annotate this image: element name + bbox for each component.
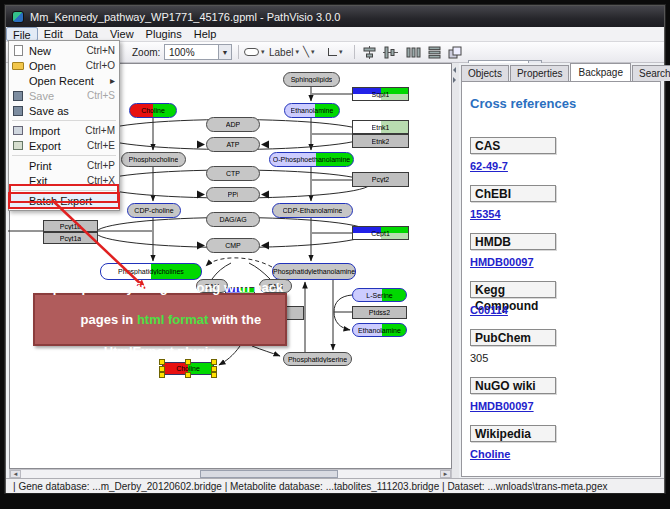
- menu-item-label: Export: [29, 140, 87, 152]
- menu-file[interactable]: File: [6, 27, 38, 41]
- selection-handle[interactable]: [211, 366, 217, 372]
- cross-reference-link[interactable]: HMDB00097: [470, 256, 534, 268]
- pathway-node-ethanolamine-bottom[interactable]: Ethanolamine: [352, 323, 407, 337]
- menu-shortcut: Ctrl+S: [87, 90, 115, 101]
- menu-data[interactable]: Data: [69, 27, 104, 41]
- file-menu-item-open[interactable]: OpenCtrl+O: [9, 58, 119, 73]
- pathway-node-pcyt1b[interactable]: Pcyt1b: [43, 220, 98, 232]
- menu-view[interactable]: View: [104, 27, 140, 41]
- pathway-node-ethanolamine-top[interactable]: Ethanolamine: [284, 103, 340, 118]
- line-tool-button[interactable]: ╲ ▾: [303, 44, 315, 60]
- distribute-horizontal-button[interactable]: [406, 44, 421, 60]
- pathway-node-cept1[interactable]: Cept1: [352, 226, 409, 240]
- chevron-down-icon[interactable]: ▾: [339, 48, 343, 56]
- file-menu-item-import[interactable]: ImportCtrl+M: [9, 123, 119, 138]
- pathway-node-cdp-choline[interactable]: CDP-choline: [127, 203, 181, 218]
- import-icon: [11, 125, 25, 137]
- connector-tool-button[interactable]: ▾: [328, 44, 343, 60]
- title-bar[interactable]: Mm_Kennedy_pathway_WP1771_45176.gpml - P…: [6, 6, 664, 27]
- tab-search[interactable]: Search: [632, 65, 670, 81]
- cross-reference-link[interactable]: 62-49-7: [470, 160, 508, 172]
- scroll-right-icon[interactable]: ►: [440, 470, 451, 478]
- chevron-down-icon[interactable]: ▾: [261, 48, 265, 56]
- backpage-section-nugo-wiki: NuGO wikiHMDB00097: [470, 377, 660, 414]
- zoom-value: 100%: [169, 47, 195, 58]
- datanode-tool-button[interactable]: ▾: [244, 44, 265, 60]
- backpage-section-hmdb: HMDBHMDB00097: [470, 233, 660, 270]
- pathway-node-pcyt2[interactable]: Pcyt2: [352, 172, 409, 187]
- menu-edit[interactable]: Edit: [38, 27, 69, 41]
- menu-separator: [12, 120, 116, 121]
- node-label: CDP-Ethanolamine: [283, 207, 343, 214]
- file-menu-item-open-recent[interactable]: Open Recent▸: [9, 73, 119, 88]
- node-label: Choline: [141, 107, 165, 114]
- pathway-node-phosphatidylserine[interactable]: Phosphatidylserine: [283, 352, 352, 366]
- cross-reference-link[interactable]: 15354: [470, 208, 501, 220]
- pathway-node-pcyt1a[interactable]: Pcyt1a: [43, 232, 98, 244]
- scroll-left-icon[interactable]: ◄: [10, 470, 21, 478]
- cross-reference-link[interactable]: HMDB00097: [470, 400, 534, 412]
- selection-handle[interactable]: [185, 359, 191, 365]
- pathway-node-phosphocholine[interactable]: Phosphocholine: [121, 152, 186, 167]
- file-menu-item-print[interactable]: PrintCtrl+P: [9, 158, 119, 173]
- pathway-node-sphingolipids[interactable]: Sphingolipids: [283, 72, 340, 87]
- pathway-node-etnk2[interactable]: Etnk2: [352, 134, 409, 148]
- pathway-node-sgpl1[interactable]: Sgpl1: [352, 87, 409, 101]
- label-tool-button[interactable]: Label ▾: [269, 44, 299, 60]
- panel-splitter[interactable]: [452, 63, 459, 479]
- pathway-node-ptdss2[interactable]: Ptdss2: [352, 306, 407, 319]
- bring-to-front-button[interactable]: [448, 44, 462, 60]
- chevron-down-icon[interactable]: ▾: [295, 48, 299, 56]
- chevron-down-icon[interactable]: ▾: [311, 48, 315, 56]
- pathway-node-dag[interactable]: DAG/AG: [206, 212, 260, 227]
- tab-objects[interactable]: Objects: [461, 65, 509, 81]
- selection-handle[interactable]: [185, 372, 191, 378]
- selection-handle[interactable]: [211, 359, 217, 365]
- collapse-left-icon[interactable]: [453, 67, 456, 73]
- distribute-vertical-button[interactable]: [427, 44, 442, 60]
- pathway-node-phosphatidylethanolamine[interactable]: Phosphatidylethanolamine: [272, 263, 356, 280]
- pathway-node-ctp[interactable]: CTP: [206, 166, 260, 181]
- node-label: Cept1: [371, 230, 390, 237]
- pathway-node-cdp-ethanolamine[interactable]: CDP-Ethanolamine: [272, 203, 353, 218]
- save-icon: [11, 90, 25, 102]
- pathway-node-phosphatidylcholines[interactable]: Phosphatidylcholines: [100, 263, 202, 280]
- backpage-panel[interactable]: Cross references CAS62-49-7ChEBI15354HMD…: [461, 81, 661, 477]
- pathway-node-choline-bottom[interactable]: Choline: [162, 362, 214, 375]
- file-menu-item-save-as[interactable]: Save as: [9, 103, 119, 118]
- menu-item-label: New: [29, 45, 86, 57]
- pathway-node-l-serine[interactable]: L-Serine: [352, 288, 407, 302]
- selection-handle[interactable]: [159, 359, 165, 365]
- pathway-node-cmp[interactable]: CMP: [206, 238, 260, 253]
- zoom-combobox[interactable]: 100% ▼: [164, 44, 232, 60]
- node-label: Etnk1: [372, 124, 390, 131]
- file-menu-item-save[interactable]: SaveCtrl+S: [9, 88, 119, 103]
- selection-handle[interactable]: [159, 366, 165, 372]
- selection-handle[interactable]: [159, 372, 165, 378]
- file-menu-item-new[interactable]: NewCtrl+N: [9, 43, 119, 58]
- section-title: PubChem: [470, 329, 556, 346]
- window-title: Mm_Kennedy_pathway_WP1771_45176.gpml - P…: [30, 11, 340, 23]
- cross-reference-link[interactable]: Choline: [470, 448, 510, 460]
- pathway-node-atp[interactable]: ATP: [206, 137, 260, 152]
- annotation-callout: Export pathway images along with back pa…: [33, 293, 287, 346]
- file-menu-item-export[interactable]: ExportCtrl+E: [9, 138, 119, 153]
- pathway-node-etnk1[interactable]: Etnk1: [352, 120, 409, 134]
- selection-handle[interactable]: [211, 372, 217, 378]
- pathway-node-adp[interactable]: ADP: [206, 117, 260, 132]
- scrollbar-thumb[interactable]: [200, 470, 338, 478]
- node-label: Choline: [176, 365, 200, 372]
- tab-properties[interactable]: Properties: [510, 65, 570, 81]
- pathway-node-ppi[interactable]: PPi: [206, 187, 260, 202]
- cross-reference-link[interactable]: C00114: [470, 304, 508, 316]
- align-center-vertical-button[interactable]: [383, 44, 398, 60]
- collapse-right-icon[interactable]: [453, 77, 456, 83]
- pathway-node-o-phosphoethanolamine[interactable]: O-Phosphoethanolamine: [269, 152, 354, 167]
- menu-plugins[interactable]: Plugins: [140, 27, 188, 41]
- tab-backpage[interactable]: Backpage: [570, 63, 630, 81]
- align-center-horizontal-button[interactable]: [362, 44, 377, 60]
- backpage-section-kegg-compound: Kegg CompoundC00114: [470, 281, 660, 318]
- chevron-down-icon[interactable]: ▼: [218, 45, 231, 59]
- pathway-node-choline-top[interactable]: Choline: [129, 103, 177, 118]
- menu-help[interactable]: Help: [188, 27, 223, 41]
